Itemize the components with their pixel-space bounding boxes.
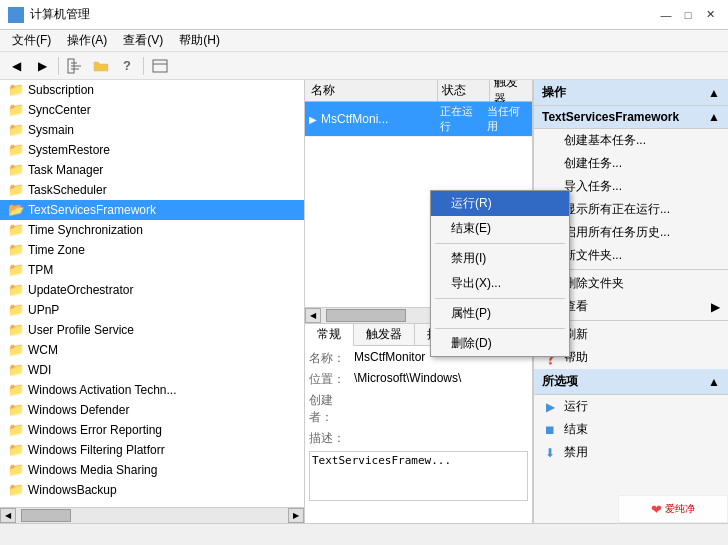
ops-disable[interactable]: ⬇ 禁用 — [534, 441, 728, 464]
context-menu: 运行(R)结束(E)禁用(I)导出(X)...属性(P)删除(D) — [430, 190, 570, 357]
tree-item-label: SystemRestore — [28, 143, 110, 157]
ops-stop[interactable]: ⏹ 结束 — [534, 418, 728, 441]
tree-hscroll[interactable]: ◀ ▶ — [0, 507, 304, 523]
tree-item[interactable]: TextServicesFramework — [0, 200, 304, 220]
svg-rect-3 — [17, 16, 22, 21]
ops-create-task[interactable]: 创建任务... — [534, 152, 728, 175]
help-button[interactable]: ? — [115, 55, 139, 77]
context-menu-item[interactable]: 删除(D) — [431, 331, 569, 356]
tree-item[interactable]: User Profile Service — [0, 320, 304, 340]
hscroll-thumb[interactable] — [21, 509, 71, 522]
back-button[interactable]: ◀ — [4, 55, 28, 77]
tree-item-label: Windows Error Reporting — [28, 423, 162, 437]
tree-item[interactable]: Windows Filtering Platforr — [0, 440, 304, 460]
toolbar-separator-1 — [58, 57, 59, 75]
context-menu-item[interactable]: 导出(X)... — [431, 271, 569, 296]
services-hscroll-thumb[interactable] — [326, 309, 406, 322]
context-menu-item[interactable]: 属性(P) — [431, 301, 569, 326]
tree-item[interactable]: Time Synchronization — [0, 220, 304, 240]
context-menu-item[interactable]: 运行(R) — [431, 191, 569, 216]
ops-section-collapse-icon[interactable]: ▲ — [708, 110, 720, 124]
ops-collapse-icon[interactable]: ▲ — [708, 86, 720, 100]
tree-item[interactable]: SystemRestore — [0, 140, 304, 160]
services-hscroll-left[interactable]: ◀ — [305, 308, 321, 323]
tree-item-label: Windows Defender — [28, 403, 129, 417]
tree-item[interactable]: TaskScheduler — [0, 180, 304, 200]
service-row[interactable]: ▶ MsCtfMoni... 正在运行 当任何用 — [305, 102, 532, 137]
ops-run[interactable]: ▶ 运行 — [534, 395, 728, 418]
folder-button[interactable] — [89, 55, 113, 77]
main-area: SubscriptionSyncCenterSysmainSystemResto… — [0, 80, 728, 523]
menu-action[interactable]: 操作(A) — [59, 30, 115, 51]
tree-item-label: Windows Media Sharing — [28, 463, 157, 477]
folder-icon — [8, 182, 24, 198]
folder-icon — [8, 442, 24, 458]
tab-trigger[interactable]: 触发器 — [354, 324, 415, 345]
folder-icon — [8, 462, 24, 478]
watermark: ❤ 爱纯净 — [618, 495, 728, 523]
tree-item[interactable]: Windows Error Reporting — [0, 420, 304, 440]
tree-scroll-area[interactable]: SubscriptionSyncCenterSysmainSystemResto… — [0, 80, 304, 507]
ops-selected-collapse-icon[interactable]: ▲ — [708, 375, 720, 389]
tree-item-label: UpdateOrchestrator — [28, 283, 133, 297]
tree-item[interactable]: Subscription — [0, 80, 304, 100]
context-menu-separator — [435, 243, 565, 244]
show-hide-button[interactable] — [63, 55, 87, 77]
create-basic-icon — [542, 133, 558, 149]
detail-name-label: 名称： — [309, 350, 354, 367]
folder-icon — [8, 122, 24, 138]
menu-view[interactable]: 查看(V) — [115, 30, 171, 51]
folder-icon — [8, 82, 24, 98]
hscroll-track[interactable] — [16, 508, 288, 523]
tree-content: SubscriptionSyncCenterSysmainSystemResto… — [0, 80, 304, 507]
ops-title-text: 操作 — [542, 84, 566, 101]
title-bar: 计算机管理 — □ ✕ — [0, 0, 728, 30]
detail-desc-textarea[interactable] — [309, 451, 528, 501]
tree-item[interactable]: SyncCenter — [0, 100, 304, 120]
tree-item[interactable]: UPnP — [0, 300, 304, 320]
tree-item[interactable]: Time Zone — [0, 240, 304, 260]
tree-item[interactable]: Windows Activation Techn... — [0, 380, 304, 400]
menu-help[interactable]: 帮助(H) — [171, 30, 228, 51]
tree-item[interactable]: Windows Media Sharing — [0, 460, 304, 480]
folder-icon — [8, 142, 24, 158]
detail-desc-label: 描述： — [309, 430, 354, 447]
tree-item[interactable]: WCM — [0, 340, 304, 360]
tree-item-label: SyncCenter — [28, 103, 91, 117]
disable-icon: ⬇ — [542, 445, 558, 461]
tree-item-label: Sysmain — [28, 123, 74, 137]
extra-button[interactable] — [148, 55, 172, 77]
tree-item[interactable]: Sysmain — [0, 120, 304, 140]
context-menu-item[interactable]: 禁用(I) — [431, 246, 569, 271]
tree-item[interactable]: Windows Defender — [0, 400, 304, 420]
view-arrow-icon: ▶ — [711, 300, 720, 314]
tree-panel: SubscriptionSyncCenterSysmainSystemResto… — [0, 80, 305, 523]
hscroll-left-btn[interactable]: ◀ — [0, 508, 16, 523]
context-menu-item[interactable]: 结束(E) — [431, 216, 569, 241]
tree-item[interactable]: WindowsBackup — [0, 480, 304, 500]
tree-item-label: UPnP — [28, 303, 59, 317]
service-status-cell: 正在运行 — [436, 102, 483, 136]
tree-item[interactable]: Task Manager — [0, 160, 304, 180]
hscroll-right-btn[interactable]: ▶ — [288, 508, 304, 523]
run-icon: ▶ — [542, 399, 558, 415]
tab-general[interactable]: 常规 — [305, 324, 354, 346]
folder-icon — [8, 362, 24, 378]
folder-icon — [8, 102, 24, 118]
ops-create-basic-task[interactable]: 创建基本任务... — [534, 129, 728, 152]
minimize-button[interactable]: — — [656, 5, 676, 25]
toolbar-separator-2 — [143, 57, 144, 75]
forward-button[interactable]: ▶ — [30, 55, 54, 77]
menu-file[interactable]: 文件(F) — [4, 30, 59, 51]
tree-item-label: WCM — [28, 343, 58, 357]
ops-selected-text: 所选项 — [542, 373, 578, 390]
tree-item-label: Time Synchronization — [28, 223, 143, 237]
tree-item[interactable]: TPM — [0, 260, 304, 280]
maximize-button[interactable]: □ — [678, 5, 698, 25]
folder-icon — [8, 482, 24, 498]
tree-item[interactable]: WDI — [0, 360, 304, 380]
ops-new-folder-label: 新文件夹... — [564, 247, 622, 264]
close-button[interactable]: ✕ — [700, 5, 720, 25]
tree-item-label: TPM — [28, 263, 53, 277]
tree-item[interactable]: UpdateOrchestrator — [0, 280, 304, 300]
